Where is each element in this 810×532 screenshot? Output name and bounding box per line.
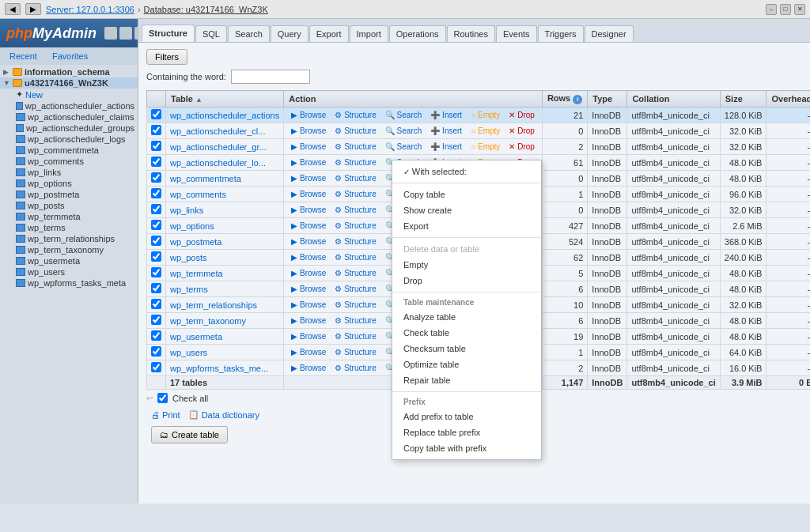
browse-btn[interactable]: ▶ Browse [288, 189, 329, 199]
ctx-show-create[interactable]: Show create [392, 202, 541, 218]
tab-triggers[interactable]: Triggers [538, 25, 584, 42]
browse-btn[interactable]: ▶ Browse [288, 331, 329, 341]
sidebar-table-item[interactable]: ✦New [0, 89, 138, 100]
structure-btn[interactable]: ⚙ Structure [331, 331, 379, 341]
row-checkbox[interactable] [151, 141, 161, 151]
browse-btn[interactable]: ▶ Browse [288, 363, 329, 373]
browse-btn[interactable]: ▶ Browse [288, 221, 329, 231]
browse-btn[interactable]: ▶ Browse [288, 141, 329, 152]
row-checkbox[interactable] [151, 299, 161, 309]
tab-operations[interactable]: Operations [389, 25, 446, 42]
drop-btn[interactable]: ✕ Drop [505, 141, 537, 152]
tab-routines[interactable]: Routines [447, 25, 495, 42]
ctx-copy-table[interactable]: Copy table [392, 187, 541, 202]
sidebar-table-item[interactable]: wp_terms [0, 222, 138, 233]
sidebar-item-u432174166[interactable]: ▼ u432174166_WnZ3K [0, 77, 138, 89]
ctx-optimize[interactable]: Optimize table [392, 357, 541, 372]
row-checkbox[interactable] [151, 283, 161, 293]
close-button[interactable]: ✕ [794, 4, 805, 15]
tab-structure[interactable]: Structure [142, 25, 195, 42]
structure-btn[interactable]: ⚙ Structure [331, 157, 379, 168]
browse-btn[interactable]: ▶ Browse [288, 236, 329, 247]
create-table-button[interactable]: 🗂 Create table [151, 426, 228, 443]
search-btn[interactable]: 🔍 Search [382, 141, 425, 152]
sidebar-table-item[interactable]: wp_links [0, 167, 138, 178]
table-name-link[interactable]: wp_options [170, 221, 214, 231]
row-checkbox[interactable] [151, 188, 161, 198]
empty-btn[interactable]: ○ Empty [467, 141, 503, 152]
search-btn[interactable]: 🔍 Search [382, 126, 425, 136]
row-checkbox[interactable] [151, 109, 161, 119]
ctx-add-prefix[interactable]: Add prefix to table [392, 409, 541, 424]
db-breadcrumb[interactable]: Database: u432174166_WnZ3K [144, 5, 268, 14]
insert-btn[interactable]: ➕ Insert [427, 141, 465, 152]
tab-import[interactable]: Import [350, 25, 388, 42]
sidebar-table-item[interactable]: wp_term_relationships [0, 233, 138, 244]
structure-btn[interactable]: ⚙ Structure [331, 221, 379, 231]
sidebar-table-item[interactable]: wp_usermeta [0, 255, 138, 266]
row-checkbox[interactable] [151, 315, 161, 325]
sidebar-table-item[interactable]: wp_actionscheduler_logs [0, 134, 138, 145]
browse-btn[interactable]: ▶ Browse [288, 347, 329, 357]
table-name-link[interactable]: wp_comments [170, 190, 226, 199]
structure-btn[interactable]: ⚙ Structure [331, 315, 379, 326]
structure-btn[interactable]: ⚙ Structure [331, 110, 379, 120]
tab-query[interactable]: Query [271, 25, 308, 42]
sidebar-table-item[interactable]: wp_wpforms_tasks_meta [0, 277, 138, 289]
browse-btn[interactable]: ▶ Browse [288, 205, 329, 215]
browse-btn[interactable]: ▶ Browse [288, 315, 329, 326]
browse-btn[interactable]: ▶ Browse [288, 268, 329, 278]
table-name-link[interactable]: wp_actionscheduler_lo... [170, 158, 266, 168]
drop-btn[interactable]: ✕ Drop [505, 110, 537, 120]
search-btn[interactable]: 🔍 Search [382, 110, 425, 120]
browse-btn[interactable]: ▶ Browse [288, 252, 329, 262]
row-checkbox[interactable] [151, 346, 161, 357]
sidebar-table-item[interactable]: wp_options [0, 178, 138, 189]
insert-btn[interactable]: ➕ Insert [427, 126, 465, 136]
structure-btn[interactable]: ⚙ Structure [331, 284, 379, 294]
ctx-with-selected[interactable]: With selected: [392, 164, 541, 179]
row-checkbox[interactable] [151, 125, 161, 135]
table-name-link[interactable]: wp_term_relationships [170, 300, 257, 310]
structure-btn[interactable]: ⚙ Structure [331, 141, 379, 152]
ctx-repair[interactable]: Repair table [392, 372, 541, 388]
table-name-link[interactable]: wp_wpforms_tasks_me... [170, 364, 268, 373]
table-name-link[interactable]: wp_links [170, 206, 203, 215]
structure-btn[interactable]: ⚙ Structure [331, 363, 379, 373]
table-name-link[interactable]: wp_term_taxonomy [170, 316, 246, 326]
table-name-link[interactable]: wp_usermeta [170, 332, 222, 341]
table-name-link[interactable]: wp_posts [170, 253, 206, 262]
structure-btn[interactable]: ⚙ Structure [331, 126, 379, 136]
ctx-copy-with-prefix[interactable]: Copy table with prefix [392, 440, 541, 456]
maximize-button[interactable]: □ [780, 4, 791, 15]
tab-export[interactable]: Export [309, 25, 349, 42]
tab-events[interactable]: Events [496, 25, 537, 42]
ctx-replace-prefix[interactable]: Replace table prefix [392, 424, 541, 440]
check-all-checkbox[interactable] [157, 393, 168, 403]
tab-sql[interactable]: SQL [195, 25, 227, 42]
row-checkbox[interactable] [151, 157, 161, 167]
empty-btn[interactable]: ○ Empty [467, 110, 503, 120]
ctx-checksum[interactable]: Checksum table [392, 341, 541, 357]
browse-btn[interactable]: ▶ Browse [288, 284, 329, 294]
row-checkbox[interactable] [151, 172, 161, 183]
row-checkbox[interactable] [151, 330, 161, 341]
table-name-link[interactable]: wp_termmeta [170, 269, 223, 278]
sidebar-table-item[interactable]: wp_actionscheduler_claims [0, 111, 138, 123]
sidebar-table-item[interactable]: wp_term_taxonomy [0, 244, 138, 255]
tab-search[interactable]: Search [228, 25, 270, 42]
browse-btn[interactable]: ▶ Browse [288, 126, 329, 136]
empty-btn[interactable]: ○ Empty [467, 126, 503, 136]
forward-button[interactable]: ▶ [25, 3, 41, 15]
row-checkbox[interactable] [151, 236, 161, 246]
table-name-link[interactable]: wp_actionscheduler_actions [170, 111, 279, 120]
table-name-link[interactable]: wp_terms [170, 285, 208, 294]
sidebar-table-item[interactable]: wp_termmeta [0, 211, 138, 222]
ctx-drop[interactable]: Drop [392, 273, 541, 289]
ctx-check[interactable]: Check table [392, 325, 541, 341]
sidebar-table-item[interactable]: wp_posts [0, 200, 138, 211]
structure-btn[interactable]: ⚙ Structure [331, 236, 379, 247]
table-name-link[interactable]: wp_users [170, 348, 207, 357]
ctx-export[interactable]: Export [392, 218, 541, 234]
structure-btn[interactable]: ⚙ Structure [331, 268, 379, 278]
